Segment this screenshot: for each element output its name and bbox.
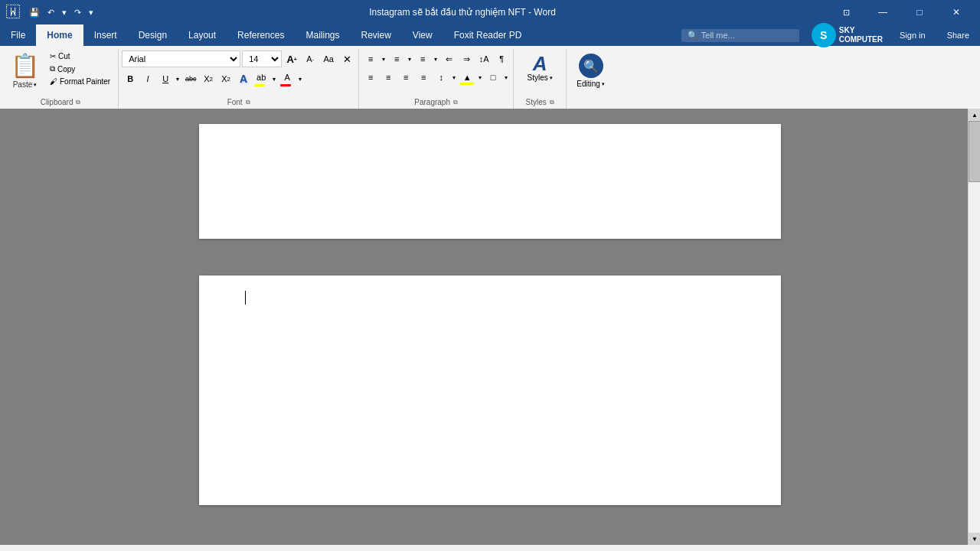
scroll-up-button[interactable]: ▲: [969, 109, 980, 121]
font-color-dropdown[interactable]: ▾: [296, 70, 304, 87]
editing-label: Editing: [577, 80, 600, 88]
grow-font-button[interactable]: A+: [283, 51, 300, 67]
underline-button[interactable]: U: [157, 70, 174, 87]
align-left-button[interactable]: ≡: [362, 69, 379, 86]
tab-review[interactable]: Review: [350, 24, 401, 46]
minimize-button[interactable]: —: [865, 0, 900, 24]
undo-button[interactable]: ↶: [44, 6, 57, 19]
tab-right-area: 🔍 S SKYCOMPUTER Sign in Share: [681, 24, 980, 46]
copy-button[interactable]: ⧉ Copy: [45, 63, 115, 75]
tab-mailings[interactable]: Mailings: [295, 24, 350, 46]
paragraph-expand-icon[interactable]: ⧉: [453, 99, 458, 106]
scrollbar-track: [969, 121, 980, 533]
save-button[interactable]: 💾: [26, 6, 43, 19]
paste-label: Paste: [13, 80, 33, 89]
undo-dropdown[interactable]: ▾: [59, 6, 70, 19]
clipboard-expand-icon[interactable]: ⧉: [76, 99, 80, 106]
shading-button[interactable]: ▲: [459, 69, 475, 86]
document-page-1[interactable]: [199, 124, 781, 239]
cut-button[interactable]: ✂ Cut: [45, 51, 115, 62]
font-color-button[interactable]: A: [279, 70, 296, 87]
editing-group: 🔍 Editing ▾ Editing: [567, 49, 615, 109]
page-break: [199, 254, 781, 260]
align-right-button[interactable]: ≡: [397, 69, 414, 86]
italic-button[interactable]: I: [139, 70, 156, 87]
scroll-down-button[interactable]: ▼: [969, 533, 980, 545]
borders-dropdown[interactable]: ▾: [502, 69, 510, 86]
bold-button[interactable]: B: [122, 70, 139, 87]
maximize-button[interactable]: □: [902, 0, 937, 24]
numbering-button[interactable]: ≡: [388, 51, 405, 67]
ribbon-tab-bar: File Home Insert Design Layout Reference…: [0, 24, 980, 46]
close-button[interactable]: ✕: [939, 0, 974, 24]
sort-button[interactable]: ↕A: [475, 51, 492, 67]
share-button[interactable]: Share: [936, 24, 980, 46]
styles-button[interactable]: A Styles ▾: [517, 51, 563, 85]
text-highlight-button[interactable]: ab: [253, 70, 270, 87]
justify-button[interactable]: ≡: [415, 69, 432, 86]
tab-view[interactable]: View: [402, 24, 443, 46]
decrease-indent-button[interactable]: ⇐: [440, 51, 457, 67]
tab-insert[interactable]: Insert: [83, 24, 128, 46]
superscript-button[interactable]: X2: [217, 70, 234, 87]
customize-quick-access[interactable]: ▾: [86, 6, 96, 19]
tab-references[interactable]: References: [227, 24, 295, 46]
align-center-button[interactable]: ≡: [380, 69, 397, 86]
bullets-dropdown[interactable]: ▾: [380, 51, 387, 67]
tab-foxit[interactable]: Foxit Reader PD: [443, 24, 533, 46]
font-name-select[interactable]: Arial: [122, 51, 240, 67]
styles-dropdown-icon: ▾: [550, 75, 553, 81]
redo-button[interactable]: ↷: [71, 6, 84, 19]
word-icon: 🇼: [6, 5, 20, 21]
paragraph-group: ≡ ▾ ≡ ▾ ≡ ▾ ⇐ ⇒ ↕A ¶ ≡ ≡ ≡ ≡ ↕ ▾ ▲: [359, 49, 514, 109]
title-bar: 🇼 💾 ↶ ▾ ↷ ▾ Instagram sẽ bắt đầu thử ngh…: [0, 0, 980, 24]
paragraph-label: Paragraph ⧉: [362, 96, 510, 109]
clipboard-group: 📋 Paste ▾ ✂ Cut ⧉ Copy 🖌 Format Pa: [3, 49, 119, 109]
borders-button[interactable]: □: [485, 69, 501, 86]
editing-search-icon: 🔍: [579, 54, 603, 78]
format-painter-label: Format Painter: [60, 77, 110, 86]
clipboard-group-content: 📋 Paste ▾ ✂ Cut ⧉ Copy 🖌 Format Pa: [6, 49, 115, 96]
subscript-button[interactable]: X2: [200, 70, 217, 87]
tab-layout[interactable]: Layout: [178, 24, 227, 46]
multilevel-dropdown[interactable]: ▾: [432, 51, 439, 67]
search-icon: 🔍: [688, 31, 698, 41]
increase-indent-button[interactable]: ⇒: [458, 51, 475, 67]
tab-design[interactable]: Design: [128, 24, 178, 46]
font-expand-icon[interactable]: ⧉: [246, 99, 250, 106]
underline-dropdown[interactable]: ▾: [174, 70, 181, 87]
shrink-font-button[interactable]: A-: [302, 51, 318, 67]
line-spacing-button[interactable]: ↕: [433, 69, 449, 86]
editing-button[interactable]: 🔍 Editing ▾: [570, 51, 612, 91]
restore-button[interactable]: ⊡: [828, 0, 864, 24]
bullets-button[interactable]: ≡: [362, 51, 379, 67]
format-painter-button[interactable]: 🖌 Format Painter: [45, 76, 115, 87]
line-spacing-dropdown[interactable]: ▾: [450, 69, 458, 86]
cut-label: Cut: [58, 52, 70, 60]
copy-icon: ⧉: [50, 64, 55, 73]
show-marks-button[interactable]: ¶: [493, 51, 510, 67]
clear-format-button[interactable]: ✕: [338, 51, 355, 67]
tab-home[interactable]: Home: [36, 24, 83, 46]
numbering-dropdown[interactable]: ▾: [406, 51, 413, 67]
multilevel-button[interactable]: ≡: [414, 51, 431, 67]
document-page-2[interactable]: [199, 276, 781, 505]
styles-group-content: A Styles ▾: [517, 49, 563, 96]
text-highlight-dropdown[interactable]: ▾: [270, 70, 278, 87]
sky-computer-logo[interactable]: S SKYCOMPUTER: [805, 23, 889, 47]
tab-file[interactable]: File: [0, 24, 36, 46]
paste-button[interactable]: 📋 Paste ▾: [6, 51, 44, 90]
scrollbar-thumb[interactable]: [969, 121, 980, 182]
styles-expand-icon[interactable]: ⧉: [550, 99, 554, 106]
font-group-content: Arial 14 A+ A- Aa ✕ B I U ▾ abc X2: [122, 49, 355, 96]
text-effect-button[interactable]: A: [235, 70, 252, 87]
tell-me-input[interactable]: [701, 31, 793, 40]
sign-in-button[interactable]: Sign in: [889, 24, 936, 46]
font-group: Arial 14 A+ A- Aa ✕ B I U ▾ abc X2: [119, 49, 359, 109]
shading-dropdown[interactable]: ▾: [476, 69, 484, 86]
strikethrough-button[interactable]: abc: [182, 70, 199, 87]
editing-group-content: 🔍 Editing ▾: [570, 49, 612, 96]
text-cursor: [245, 291, 246, 305]
change-case-button[interactable]: Aa: [320, 51, 337, 67]
font-size-select[interactable]: 14: [242, 51, 282, 67]
